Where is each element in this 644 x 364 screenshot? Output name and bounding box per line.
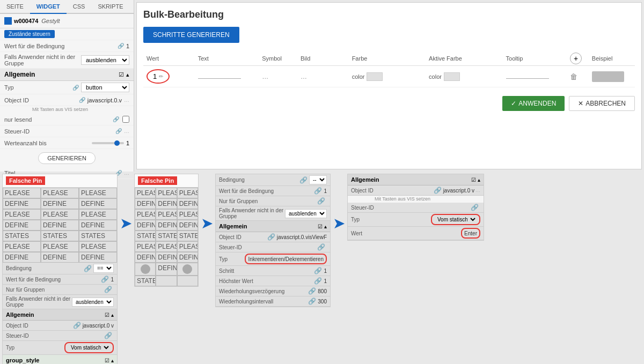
grid-cell: DEFINE <box>3 252 41 263</box>
step2-falsche-pin: Falsche Pin <box>138 176 177 185</box>
step4-checkbox-icon[interactable]: ☑ <box>471 177 476 183</box>
object-id-dots: … <box>124 97 129 103</box>
add-row-button[interactable]: + <box>570 53 582 64</box>
step3-hoechster-label: Höchster Wert <box>219 278 314 284</box>
gc-img2 <box>177 263 198 276</box>
step4-typ-select[interactable]: Vom statischen Wert <box>434 216 477 224</box>
tab-seite[interactable]: SEITE <box>0 0 30 14</box>
step4-typ-row: Typ Vom statischen Wert <box>348 213 484 227</box>
step1-typ-select[interactable]: Vom statischen Wert <box>68 344 111 352</box>
bulk-actions: ✓ ANWENDEN ✕ ABBRECHEN <box>143 96 635 111</box>
arrow1: ➤ <box>118 172 134 232</box>
werteanzahl-row: Werteanzahl bis 1 <box>0 137 134 149</box>
step3-group-row: Nur für Gruppen 🔗 <box>216 196 330 206</box>
allgemein-section-header: Allgemein ☑ ▴ <box>0 69 134 81</box>
farbe-swatch[interactable] <box>367 72 383 81</box>
step3-condition-select[interactable]: -- <box>309 175 327 184</box>
step4-wert-row: Wert Enter <box>348 227 484 240</box>
tab-widget[interactable]: WIDGET <box>30 0 67 14</box>
gc: DEFINE <box>156 252 177 263</box>
step3-anwender-label: Falls Anwender nicht in der Gruppe <box>219 207 285 219</box>
check-icon: ✓ <box>511 100 516 107</box>
step4-dots: … <box>475 188 480 193</box>
cross-icon: ✕ <box>578 100 583 107</box>
step3-allgemein-header: Allgemein ☑ ▴ <box>216 221 330 232</box>
step1-allgemein-title: Allgemein <box>6 311 34 318</box>
step1-checkbox-icon[interactable]: ☑ <box>105 312 109 318</box>
step1-condition-row: Bedingung 🔗 == <box>3 263 117 274</box>
wert-oval: 1 ✏ <box>147 69 170 84</box>
beispiel-cell <box>589 66 635 87</box>
step3-collapse-icon[interactable]: ▴ <box>324 224 327 229</box>
step1-wert-row: Wert für die Bedingung 🔗 1 <box>3 274 117 285</box>
widget-style: Gestylt <box>41 18 60 24</box>
gc: DEFINE <box>135 252 156 263</box>
step3-typ-row: Typ Inkrementieren/Dekrementieren <box>216 252 330 266</box>
step1-allgemein-header: Allgemein ☑ ▴ <box>3 309 117 321</box>
step3-checkbox-icon[interactable]: ☑ <box>318 224 323 229</box>
step3-interval-value: 300 <box>318 299 327 304</box>
step1-gs-collapse[interactable]: ▴ <box>111 358 114 363</box>
falsche-pin-badge: Falsche Pin <box>6 176 45 185</box>
grid-cell: STATES <box>41 231 79 241</box>
gc: STATES <box>177 231 198 241</box>
step3-objectid-label: Object ID <box>219 234 267 240</box>
step3-typ-label: Typ <box>219 256 245 262</box>
step3-wiederholung-value: 800 <box>318 288 327 294</box>
bulk-panel: Bulk-Bearbeitung SCHRITTE GENERIEREN Wer… <box>136 2 642 169</box>
step1-collapse-icon[interactable]: ▴ <box>111 312 114 318</box>
step4-hint: Mit Tasten aus VIS setzen <box>348 196 484 203</box>
col-tooltip: Tooltip <box>503 51 567 66</box>
gc: PLEASE <box>156 241 177 252</box>
slider-track[interactable] <box>92 142 124 144</box>
gc: DEFINE <box>156 198 177 209</box>
section-icons: ☑ ▴ <box>119 71 129 78</box>
grid-cell: STATES <box>79 231 117 241</box>
condition-row: Wert für die Bedingung 🔗 1 <box>0 40 134 52</box>
typ-select[interactable]: button <box>81 83 129 92</box>
mini-img <box>141 264 150 274</box>
group-select[interactable]: ausblenden <box>81 55 129 65</box>
step4-wert-oval: Enter <box>461 228 480 239</box>
arrow3: ➤ <box>331 172 347 232</box>
grid-cell: PLEASE <box>79 188 117 198</box>
object-id-row: Object ID 🔗 javascript.0.v … <box>0 94 134 106</box>
delete-row-icon[interactable]: 🗑 <box>570 72 577 81</box>
aktive-farbe-cell: color <box>426 66 502 87</box>
anwenden-button[interactable]: ✓ ANWENDEN <box>502 96 565 111</box>
tab-skripte[interactable]: SKRIPTE <box>91 0 129 14</box>
arrow2: ➤ <box>199 172 215 232</box>
object-id-label: Object ID <box>4 97 79 103</box>
schritte-button[interactable]: SCHRITTE GENERIEREN <box>143 27 239 43</box>
col-farbe: Farbe <box>349 51 426 66</box>
steuer-id-label: Steuer-ID <box>4 128 115 135</box>
gc: PLEASE <box>135 241 156 252</box>
tab-css[interactable]: CSS <box>67 0 92 14</box>
gc: STATES <box>156 231 177 241</box>
step3-anwender-select[interactable]: ausblenden <box>285 209 327 218</box>
gc: DEFINE <box>177 198 198 209</box>
step3-objectid-row: Object ID 🔗 javascript.0.visViewF <box>216 232 330 242</box>
step1-gs-checkbox[interactable]: ☑ <box>105 358 109 363</box>
step4-typ-oval: Vom statischen Wert <box>431 214 480 225</box>
gc: DEFINE <box>135 198 156 209</box>
table-row: 1 ✏ … … color co <box>143 66 635 87</box>
slider-row: 1 <box>92 140 129 146</box>
step1-anwender-select[interactable]: ausblenden <box>72 298 114 307</box>
text-field <box>198 78 241 79</box>
aktive-swatch[interactable] <box>444 72 460 81</box>
readonly-checkbox[interactable] <box>122 116 129 123</box>
step3-group-label: Nur für Gruppen <box>219 198 317 204</box>
farbe-cell: color <box>349 66 426 87</box>
collapse-icon[interactable]: ▴ <box>126 71 129 78</box>
step1-allgemein-icons: ☑ ▴ <box>105 311 114 318</box>
step3-condition-row: Bedingung 🔗 -- <box>216 174 330 186</box>
step1-condition-select[interactable]: == <box>93 264 114 273</box>
checkbox-icon[interactable]: ☑ <box>119 71 124 78</box>
grid-cell: PLEASE <box>3 209 41 220</box>
step4-objectid-value: javascript.0 v <box>443 188 474 194</box>
step4-collapse-icon[interactable]: ▴ <box>478 177 480 183</box>
zustand-button[interactable]: Zustände steuern <box>4 30 55 38</box>
generieren-button[interactable]: GENERIEREN <box>38 152 96 164</box>
abbrechen-button[interactable]: ✕ ABBRECHEN <box>569 96 635 111</box>
